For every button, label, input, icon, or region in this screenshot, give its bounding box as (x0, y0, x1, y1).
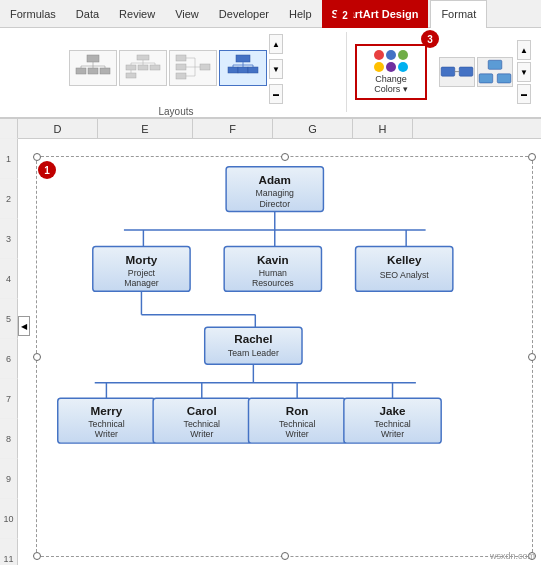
svg-text:Project: Project (128, 268, 156, 278)
handle-ml[interactable] (33, 353, 41, 361)
svg-text:Director: Director (259, 199, 290, 209)
org-chart-svg: Adam Managing Director Morty Project Man… (37, 157, 532, 556)
svg-rect-7 (88, 68, 98, 74)
svg-text:Writer: Writer (286, 429, 309, 439)
color-dot-yellow (374, 62, 384, 72)
svg-text:Jake: Jake (380, 404, 406, 417)
col-header-f: F (193, 119, 273, 138)
tab-view[interactable]: View (165, 0, 209, 28)
svg-rect-29 (236, 55, 250, 62)
handle-tr[interactable] (528, 153, 536, 161)
tab-help[interactable]: Help (279, 0, 322, 28)
chart-container[interactable]: ◀ 1 Adam Managing Director (18, 141, 541, 565)
row-num-9: 9 (0, 459, 18, 499)
svg-rect-42 (479, 74, 493, 83)
svg-text:Adam: Adam (259, 173, 291, 186)
change-colors-button[interactable]: ChangeColors ▾ (355, 44, 427, 100)
left-expand-arrow[interactable]: ◀ (18, 316, 30, 336)
svg-rect-35 (228, 67, 238, 73)
color-dot-cyan (398, 62, 408, 72)
layouts-grid (69, 50, 267, 86)
row-header-blank (0, 119, 18, 139)
spreadsheet: 1 2 3 4 5 6 7 8 9 10 11 D E F G H ◀ 1 (0, 118, 541, 565)
org-chart-border: Adam Managing Director Morty Project Man… (36, 156, 533, 557)
svg-rect-38 (441, 67, 455, 76)
styles-scroll-more[interactable]: ▬ (517, 84, 531, 104)
layouts-group: ▲ ▼ ▬ Layouts (6, 32, 347, 112)
svg-rect-28 (200, 64, 210, 70)
svg-rect-15 (126, 65, 136, 70)
svg-text:Managing: Managing (256, 188, 295, 198)
styles-scroll-up[interactable]: ▲ (517, 40, 531, 60)
row-num-11: 11 (0, 539, 18, 565)
color-dot-blue (386, 50, 396, 60)
svg-text:Merry: Merry (91, 404, 123, 417)
col-header-h: H (353, 119, 413, 138)
svg-rect-20 (176, 55, 186, 61)
color-dot-purple (386, 62, 396, 72)
style-item-1[interactable] (439, 57, 475, 87)
layout-item-3[interactable] (169, 50, 217, 86)
svg-rect-21 (176, 64, 186, 70)
ribbon-tab-bar: Formulas Data Review View Developer Help… (0, 0, 541, 28)
color-dot-green (398, 50, 408, 60)
svg-text:Manager: Manager (124, 278, 159, 288)
row-num-10: 10 (0, 499, 18, 539)
row-num-7: 7 (0, 379, 18, 419)
scroll-more[interactable]: ▬ (269, 84, 283, 104)
tab-data[interactable]: Data (66, 0, 109, 28)
color-dots (374, 50, 408, 72)
scroll-down[interactable]: ▼ (269, 59, 283, 79)
svg-rect-19 (126, 73, 136, 78)
row-num-8: 8 (0, 419, 18, 459)
tab-developer[interactable]: Developer (209, 0, 279, 28)
watermark: wsxdn.com (490, 551, 535, 561)
tab-format[interactable]: Format (430, 0, 487, 28)
svg-rect-6 (76, 68, 86, 74)
smartart-styles-group: ▲ ▼ ▬ (435, 32, 535, 112)
change-colors-label: ChangeColors ▾ (374, 74, 408, 94)
svg-text:Writer: Writer (95, 429, 118, 439)
row-num-4: 4 (0, 259, 18, 299)
svg-rect-36 (238, 67, 248, 73)
svg-rect-0 (87, 55, 99, 62)
svg-text:Kavin: Kavin (257, 253, 289, 266)
layout-item-2[interactable] (119, 50, 167, 86)
handle-tc[interactable] (281, 153, 289, 161)
svg-rect-8 (100, 68, 110, 74)
svg-text:Carol: Carol (187, 404, 217, 417)
handle-mr[interactable] (528, 353, 536, 361)
svg-text:SEO Analyst: SEO Analyst (380, 270, 430, 280)
layouts-scroll: ▲ ▼ ▬ (269, 34, 283, 104)
col-headers: D E F G H (18, 119, 541, 139)
svg-text:Human: Human (259, 268, 287, 278)
svg-rect-37 (248, 67, 258, 73)
styles-grid (439, 57, 513, 87)
badge-2: 2 (336, 6, 354, 24)
svg-rect-22 (176, 73, 186, 79)
handle-bl[interactable] (33, 552, 41, 560)
svg-text:Team Leader: Team Leader (228, 348, 279, 358)
svg-text:Ron: Ron (286, 404, 309, 417)
row-num-3: 3 (0, 219, 18, 259)
style-item-2[interactable] (477, 57, 513, 87)
handle-bc[interactable] (281, 552, 289, 560)
styles-scroll-down[interactable]: ▼ (517, 62, 531, 82)
col-header-e: E (98, 119, 193, 138)
tab-review[interactable]: Review (109, 0, 165, 28)
tab-formulas[interactable]: Formulas (0, 0, 66, 28)
ribbon-body: ▲ ▼ ▬ Layouts ChangeColors ▾ (0, 28, 541, 116)
scroll-up[interactable]: ▲ (269, 34, 283, 54)
svg-text:Kelley: Kelley (387, 253, 422, 266)
handle-tl[interactable] (33, 153, 41, 161)
svg-rect-43 (497, 74, 511, 83)
layouts-label: Layouts (158, 104, 193, 117)
layout-item-1[interactable] (69, 50, 117, 86)
badge-3: 3 (421, 30, 439, 48)
row-num-6: 6 (0, 339, 18, 379)
row-num-2: 2 (0, 179, 18, 219)
row-num-1: 1 (0, 139, 18, 179)
svg-rect-41 (488, 61, 502, 70)
svg-rect-39 (459, 67, 473, 76)
layout-item-4[interactable] (219, 50, 267, 86)
